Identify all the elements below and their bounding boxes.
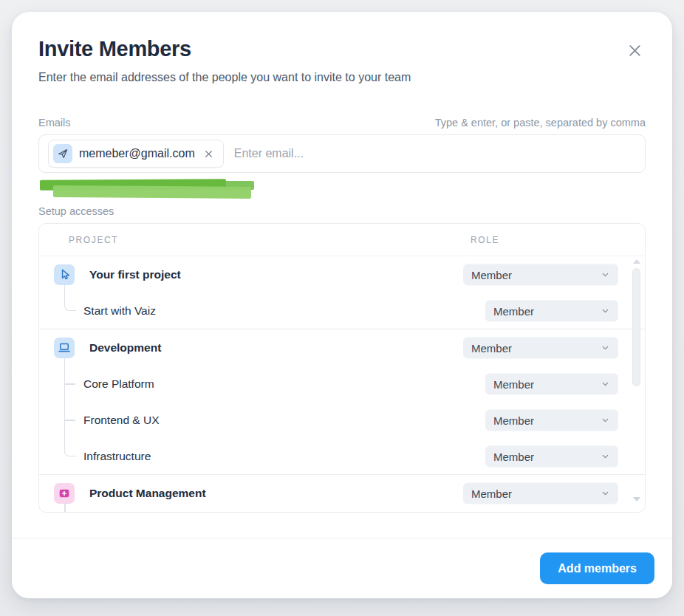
close-icon	[627, 43, 643, 58]
scroll-up-arrow-icon[interactable]	[633, 259, 640, 264]
board-plus-icon	[54, 483, 75, 504]
subproject-name: Core Platform	[83, 377, 154, 391]
project-group-section: Development Member Core Platform Member …	[39, 329, 645, 474]
role-value: Member	[493, 377, 534, 390]
email-chips: memeber@gmail.com	[48, 140, 224, 168]
laptop-icon	[54, 338, 75, 358]
scroll-down-arrow-icon[interactable]	[633, 497, 640, 502]
project-row: Your first project Member	[39, 256, 645, 292]
modal-header: Invite Members	[38, 37, 646, 61]
send-icon	[53, 144, 72, 163]
project-name: Product Management	[89, 487, 206, 500]
access-table-body: Your first project Member Start with Vai…	[39, 256, 645, 511]
role-value: Member	[493, 414, 534, 426]
project-row: Product Management Member	[39, 475, 645, 511]
modal-footer: Add members	[12, 538, 672, 598]
email-input-container[interactable]: memeber@gmail.com	[38, 134, 646, 173]
access-table-header: PROJECT ROLE	[39, 224, 645, 256]
scrollbar-thumb[interactable]	[632, 268, 640, 386]
role-value: Member	[493, 304, 534, 317]
invite-members-modal: Invite Members Enter the email addresses…	[12, 12, 672, 598]
email-chip[interactable]: memeber@gmail.com	[48, 140, 224, 168]
role-select[interactable]: Member	[485, 300, 618, 321]
chevron-down-icon	[601, 415, 610, 425]
project-group-section: Your first project Member Start with Vai…	[39, 256, 645, 329]
chevron-down-icon	[601, 270, 610, 279]
modal-subtitle: Enter the email addresses of the people …	[38, 71, 646, 84]
add-members-button[interactable]: Add members	[540, 552, 654, 584]
email-chip-value: memeber@gmail.com	[79, 147, 195, 160]
project-name: Your first project	[89, 268, 181, 281]
subproject-name: Start with Vaiz	[83, 304, 156, 318]
project-group-section: Product Management Member	[39, 474, 645, 511]
emails-hint: Type & enter, or paste, separated by com…	[435, 117, 646, 129]
remove-icon	[203, 148, 214, 160]
project-name: Development	[89, 341, 161, 355]
email-input[interactable]	[234, 147, 636, 160]
role-select[interactable]: Member	[463, 482, 618, 504]
marker-stroke-light	[53, 185, 251, 199]
project-row: Development Member	[39, 329, 645, 366]
role-select[interactable]: Member	[485, 373, 618, 394]
subproject-row: Start with Vaiz Member	[39, 292, 645, 329]
column-header-role: ROLE	[471, 235, 499, 245]
chevron-down-icon	[601, 379, 610, 389]
subproject-name: Frontend & UX	[83, 414, 160, 427]
role-select[interactable]: Member	[463, 337, 618, 358]
subproject-row: Frontend & UX Member	[39, 402, 645, 438]
chevron-down-icon	[601, 451, 610, 461]
emails-label: Emails	[38, 117, 71, 129]
green-marker-redaction	[40, 179, 256, 201]
subproject-row: Infrastructure Member	[39, 438, 645, 474]
project-children: Core Platform Member Frontend & UX Membe…	[39, 366, 645, 474]
cursor-icon	[54, 264, 75, 285]
subproject-row: Core Platform Member	[39, 366, 645, 402]
close-button[interactable]	[624, 40, 646, 61]
role-value: Member	[471, 487, 512, 499]
column-header-project: PROJECT	[69, 235, 118, 245]
chevron-down-icon	[601, 343, 610, 352]
access-table: PROJECT ROLE Your first project Member	[38, 223, 646, 513]
project-children: Start with Vaiz Member	[39, 292, 645, 329]
chevron-down-icon	[601, 488, 610, 498]
role-select[interactable]: Member	[463, 264, 618, 285]
setup-accesses-label: Setup accesses	[38, 205, 646, 217]
role-value: Member	[471, 268, 512, 281]
remove-email-button[interactable]	[202, 147, 216, 161]
table-scrollbar[interactable]	[632, 259, 641, 504]
role-select[interactable]: Member	[485, 445, 618, 467]
chevron-down-icon	[601, 306, 610, 315]
role-value: Member	[493, 450, 534, 462]
subproject-name: Infrastructure	[83, 450, 151, 463]
role-select[interactable]: Member	[485, 409, 618, 431]
page-title: Invite Members	[38, 37, 191, 61]
role-value: Member	[471, 341, 512, 354]
